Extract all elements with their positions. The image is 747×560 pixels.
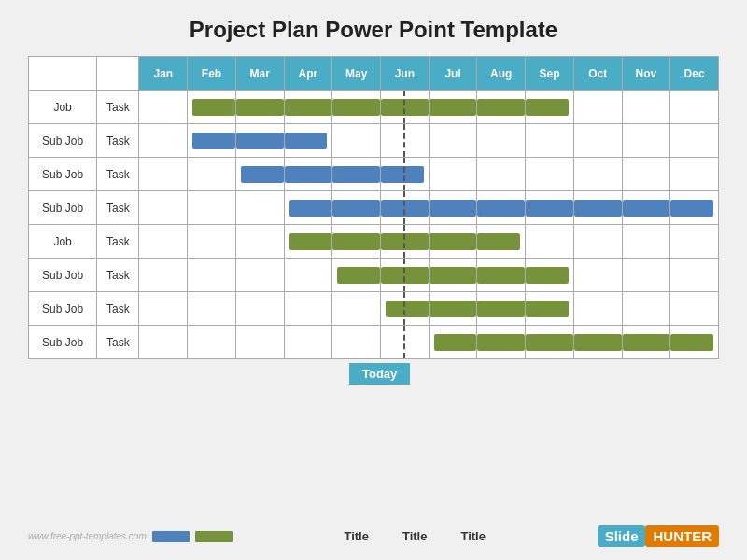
month-header-jan: Jan bbox=[139, 57, 188, 91]
gantt-cell bbox=[622, 158, 670, 191]
gantt-bar bbox=[332, 200, 380, 217]
gantt-cell bbox=[526, 259, 574, 292]
gantt-cell bbox=[235, 124, 284, 158]
legend-site: www.free-ppt-templates.com bbox=[28, 531, 147, 541]
gantt-bar bbox=[241, 166, 284, 183]
slide-text: Slide bbox=[598, 525, 646, 547]
slidehunter-logo: Slide HUNTER bbox=[598, 525, 719, 547]
gantt-cell bbox=[526, 91, 574, 124]
gantt-bar bbox=[381, 233, 429, 250]
gantt-bar bbox=[670, 200, 713, 217]
gantt-bar bbox=[332, 166, 380, 183]
gantt-cell bbox=[429, 326, 477, 359]
table-row: Sub JobTask bbox=[29, 191, 719, 225]
gantt-cell bbox=[670, 326, 719, 359]
gantt-bar bbox=[670, 334, 713, 351]
table-row: Sub JobTask bbox=[29, 326, 719, 359]
gantt-bar bbox=[236, 133, 284, 149]
gantt-cell bbox=[381, 225, 430, 259]
gantt-cell bbox=[381, 124, 430, 158]
gantt-bar bbox=[236, 99, 284, 116]
gantt-bar bbox=[381, 200, 429, 217]
today-label: Today bbox=[349, 363, 410, 385]
gantt-bar bbox=[430, 99, 477, 116]
gantt-cell bbox=[429, 225, 477, 259]
gantt-cell bbox=[526, 191, 574, 225]
month-header-mar: Mar bbox=[235, 57, 284, 91]
month-header-nov: Nov bbox=[622, 57, 670, 91]
gantt-bar bbox=[381, 99, 429, 116]
gantt-bar bbox=[623, 334, 670, 351]
gantt-cell bbox=[670, 191, 719, 225]
gantt-cell bbox=[332, 326, 381, 359]
gantt-cell bbox=[526, 292, 574, 326]
gantt-cell bbox=[332, 191, 381, 225]
table-row: Sub JobTask bbox=[29, 259, 719, 292]
gantt-cell bbox=[235, 158, 284, 191]
gantt-cell bbox=[573, 225, 622, 259]
table-row: Sub JobTask bbox=[29, 292, 719, 326]
gantt-cell bbox=[381, 326, 430, 359]
gantt-cell bbox=[622, 292, 670, 326]
gantt-cell bbox=[670, 91, 719, 124]
gantt-cell bbox=[139, 124, 188, 158]
row-label: Sub Job bbox=[29, 158, 97, 191]
gantt-cell bbox=[622, 124, 670, 158]
gantt-cell bbox=[332, 91, 381, 124]
gantt-cell bbox=[284, 124, 332, 158]
row-task: Task bbox=[97, 191, 139, 225]
gantt-cell bbox=[477, 158, 526, 191]
gantt-bar bbox=[337, 267, 380, 284]
gantt-cell bbox=[670, 259, 719, 292]
gantt-cell bbox=[188, 91, 236, 124]
gantt-cell bbox=[139, 326, 188, 359]
gantt-bar bbox=[623, 200, 670, 217]
gantt-cell bbox=[670, 158, 719, 191]
gantt-bar bbox=[574, 334, 622, 351]
gantt-bar bbox=[526, 99, 569, 116]
today-row: Today bbox=[28, 361, 719, 385]
gantt-cell bbox=[622, 91, 670, 124]
gantt-bar bbox=[289, 233, 332, 250]
gantt-bar bbox=[285, 133, 328, 149]
gantt-cell bbox=[235, 292, 284, 326]
gantt-cell bbox=[332, 158, 381, 191]
gantt-bar bbox=[477, 99, 525, 116]
footer-title: Title bbox=[402, 529, 428, 543]
gantt-cell bbox=[381, 191, 430, 225]
row-task: Task bbox=[97, 124, 139, 158]
legend-green-bar bbox=[195, 531, 233, 542]
gantt-bar bbox=[386, 301, 429, 317]
gantt-cell bbox=[429, 158, 477, 191]
gantt-cell bbox=[573, 124, 622, 158]
row-label: Job bbox=[29, 225, 97, 259]
gantt-cell bbox=[235, 191, 284, 225]
gantt-bar bbox=[192, 133, 235, 149]
gantt-bar bbox=[332, 99, 380, 116]
gantt-wrapper: JanFebMarAprMayJunJulAugSepOctNovDec Job… bbox=[28, 56, 719, 518]
gantt-cell bbox=[429, 292, 477, 326]
gantt-cell bbox=[188, 191, 236, 225]
row-task: Task bbox=[97, 225, 139, 259]
month-header-aug: Aug bbox=[477, 57, 526, 91]
row-task: Task bbox=[97, 91, 139, 124]
gantt-bar bbox=[289, 200, 332, 217]
slide-container: Project Plan Power Point Template JanFeb… bbox=[0, 0, 747, 560]
gantt-bar bbox=[285, 99, 332, 116]
gantt-bar bbox=[526, 301, 569, 317]
gantt-cell bbox=[188, 124, 236, 158]
gantt-cell bbox=[573, 158, 622, 191]
gantt-cell bbox=[188, 225, 236, 259]
gantt-cell bbox=[573, 326, 622, 359]
gantt-cell bbox=[188, 292, 236, 326]
gantt-bar bbox=[477, 200, 525, 217]
gantt-cell bbox=[139, 292, 188, 326]
gantt-cell bbox=[622, 191, 670, 225]
gantt-bar bbox=[526, 200, 573, 217]
gantt-cell bbox=[477, 225, 526, 259]
month-header-jun: Jun bbox=[381, 57, 430, 91]
hunter-text: HUNTER bbox=[645, 525, 719, 547]
gantt-cell bbox=[670, 292, 719, 326]
footer-titles: TitleTitleTitle bbox=[344, 529, 486, 543]
month-header-oct: Oct bbox=[573, 57, 622, 91]
